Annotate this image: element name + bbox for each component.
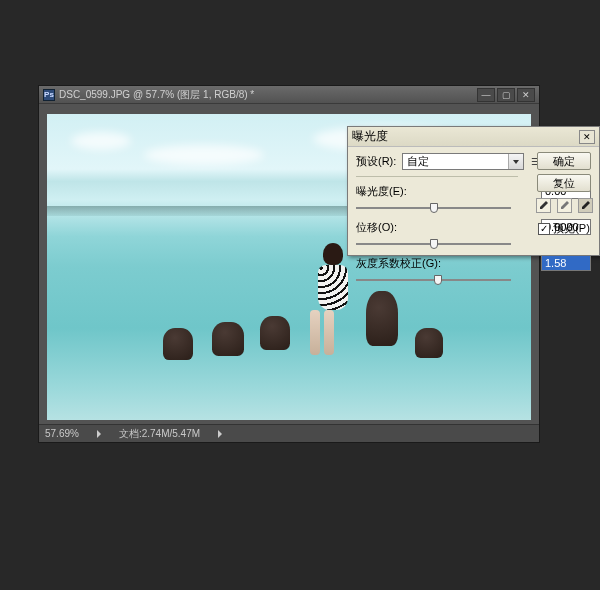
preset-value: 自定 xyxy=(403,154,508,169)
gamma-slider[interactable] xyxy=(356,275,511,285)
eyedropper-group xyxy=(536,198,593,213)
preset-select[interactable]: 自定 xyxy=(402,153,524,170)
window-titlebar[interactable]: Ps DSC_0599.JPG @ 57.7% (图层 1, RGB/8) * … xyxy=(39,86,539,104)
divider xyxy=(356,176,518,177)
black-eyedropper-icon[interactable] xyxy=(536,198,551,213)
exposure-label: 曝光度(E): xyxy=(356,184,434,199)
dialog-close-button[interactable]: ✕ xyxy=(579,130,595,144)
zoom-menu-icon[interactable] xyxy=(97,430,101,438)
minimize-button[interactable]: — xyxy=(477,88,495,102)
dialog-title: 曝光度 xyxy=(352,128,388,145)
app-logo-icon: Ps xyxy=(43,89,55,101)
exposure-dialog: 曝光度 ✕ 预设(R): 自定 ☰ 曝光度(E): 0.00 位移(O): xyxy=(347,126,600,256)
window-title: DSC_0599.JPG @ 57.7% (图层 1, RGB/8) * xyxy=(59,88,254,102)
reset-button[interactable]: 复位 xyxy=(537,174,591,192)
chevron-down-icon[interactable] xyxy=(508,154,523,169)
close-button[interactable]: ✕ xyxy=(517,88,535,102)
offset-slider[interactable] xyxy=(356,239,511,249)
status-menu-icon[interactable] xyxy=(218,430,222,438)
gamma-field[interactable]: 1.58 xyxy=(541,255,591,271)
preset-label: 预设(R): xyxy=(356,154,402,169)
zoom-readout[interactable]: 57.69% xyxy=(45,428,79,439)
preview-label: 预览(P) xyxy=(553,221,590,236)
exposure-slider[interactable] xyxy=(356,203,511,213)
document-size: 文档:2.74M/5.47M xyxy=(119,427,200,441)
ok-button[interactable]: 确定 xyxy=(537,152,591,170)
gray-eyedropper-icon[interactable] xyxy=(557,198,572,213)
maximize-button[interactable]: ▢ xyxy=(497,88,515,102)
offset-label: 位移(O): xyxy=(356,220,434,235)
status-bar: 57.69% 文档:2.74M/5.47M xyxy=(39,424,539,442)
dialog-titlebar[interactable]: 曝光度 ✕ xyxy=(348,127,599,147)
white-eyedropper-icon[interactable] xyxy=(578,198,593,213)
preview-checkbox[interactable]: ✓ xyxy=(538,223,550,235)
gamma-label: 灰度系数校正(G): xyxy=(356,256,448,271)
